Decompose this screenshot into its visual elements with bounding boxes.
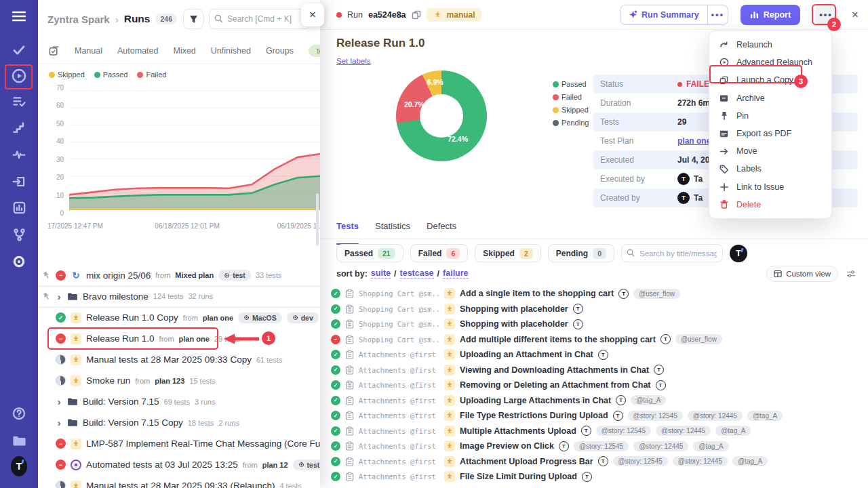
scrollbar[interactable]: [316, 193, 319, 246]
test-row[interactable]: −Shopping Cart @sm...Add multiple differ…: [331, 332, 868, 348]
breadcrumb-project[interactable]: Zyntra Spark: [47, 14, 110, 25]
analytics-icon[interactable]: [11, 199, 27, 216]
run-id: ea524e8a: [368, 10, 406, 20]
close-icon[interactable]: ×: [852, 8, 859, 22]
close-panel-button[interactable]: ×: [301, 3, 324, 26]
folder-icon[interactable]: [11, 432, 27, 449]
assignee-avatar: T: [573, 319, 583, 329]
user-avatar: T: [677, 173, 690, 185]
runs-filter-tabs: Manual Automated Mixed Unfinished Groups…: [38, 38, 320, 64]
test-row[interactable]: ✓Attachments @firstImage Preview on Clic…: [331, 439, 868, 454]
annotation-step-1: 1: [262, 331, 275, 345]
tab-manual[interactable]: Manual: [75, 46, 102, 56]
filter-skipped[interactable]: Skipped2: [475, 244, 541, 262]
run-row[interactable]: ✓Release Run 1.0 Copyfromplan oneMacOSde…: [38, 307, 320, 328]
copy-icon: [719, 76, 729, 85]
user-avatar[interactable]: T: [11, 458, 27, 474]
tab-unfinished[interactable]: Unfinished: [211, 46, 251, 56]
manual-run-icon: [433, 10, 443, 19]
manual-test-icon: [444, 410, 455, 421]
run-row[interactable]: Smoke runfromplan 12315 tests: [38, 370, 320, 391]
test-row[interactable]: ✓Attachments @firstFile Size Limit Durin…: [331, 469, 868, 485]
menu-item-export-pdf[interactable]: Export as PDF: [709, 125, 831, 142]
run-summary-button[interactable]: Run Summary: [620, 5, 707, 24]
sort-by-suite[interactable]: suite: [371, 268, 391, 279]
select-all-icon[interactable]: [49, 45, 60, 56]
menu-item-launch-a-copy[interactable]: Launch a Copy: [709, 71, 831, 89]
sort-bar: sort by: suite/ testcase/ failure: [336, 268, 469, 279]
run-group-row-pinned[interactable]: ›Bravo milestone124 tests32 runs: [38, 286, 320, 307]
run-row[interactable]: Manual tests at 28 Mar 2025 09:33 Copy61…: [38, 349, 320, 370]
menu-item-move[interactable]: Move: [709, 142, 831, 160]
steps-icon[interactable]: [11, 119, 27, 136]
tab-automated[interactable]: Automated: [117, 46, 158, 56]
run-detail-panel: Run ea524e8a manual Run Summary ••• Repo…: [320, 0, 868, 488]
test-row[interactable]: ✓Attachments @firstUploading an Attachme…: [331, 347, 868, 363]
tab-mixed[interactable]: Mixed: [173, 46, 195, 56]
menu-item-relaunch[interactable]: Relaunch: [709, 36, 831, 54]
runs-search-input[interactable]: [209, 9, 311, 29]
test-row[interactable]: ✓Attachments @firstFile Type Restriction…: [331, 408, 868, 424]
help-icon[interactable]: [11, 405, 27, 422]
test-search-input[interactable]: [621, 244, 723, 262]
donut-legend: Passed Failed Skipped Pending: [553, 80, 589, 127]
tag-filter-chip[interactable]: test: [309, 45, 320, 57]
tab-tests[interactable]: Tests: [336, 221, 359, 239]
menu-item-labels[interactable]: Labels: [709, 160, 831, 178]
tab-statistics[interactable]: Statistics: [375, 221, 410, 239]
run-group-row[interactable]: ›Build: Version 7.1569 tests3 runs: [38, 391, 320, 412]
filter-failed[interactable]: Failed6: [410, 244, 469, 262]
test-row[interactable]: ✓Attachments @firstUploading Large Attac…: [331, 393, 868, 409]
report-button[interactable]: Report: [741, 5, 800, 25]
test-row[interactable]: ✓Shopping Cart @sm...Shopping with place…: [331, 317, 868, 332]
gear-icon[interactable]: [11, 253, 27, 270]
test-row[interactable]: ✓Attachments @firstRemoving or Deleting …: [331, 378, 868, 393]
donut-failed-label: 20.7%: [404, 100, 425, 108]
run-type-badge: manual: [427, 8, 481, 22]
pulse-icon[interactable]: [11, 146, 27, 163]
test-row[interactable]: ✓Attachments @firstAttachment Upload Pro…: [331, 454, 868, 470]
area-chart-canvas: [69, 84, 320, 217]
menu-icon[interactable]: [11, 8, 27, 24]
run-summary-more-icon[interactable]: •••: [707, 5, 728, 24]
run-row[interactable]: −Automated tests at 03 Jul 2025 13:25fro…: [38, 454, 320, 475]
chevron-right-icon[interactable]: ›: [56, 396, 62, 407]
branch-icon[interactable]: [11, 226, 27, 243]
menu-item-pin[interactable]: Pin: [709, 107, 831, 125]
run-row-selected[interactable]: −Release Run 1.0fromplan one29 tests: [38, 328, 320, 349]
set-labels-link[interactable]: Set labels: [336, 57, 371, 65]
menu-item-advanced-relaunch[interactable]: Advanced Relaunch: [709, 54, 831, 71]
copy-icon[interactable]: [412, 10, 421, 20]
sort-by-testcase[interactable]: testcase: [400, 268, 434, 279]
testcases-icon[interactable]: [11, 94, 27, 110]
import-icon[interactable]: [11, 174, 27, 190]
test-row[interactable]: ✓Shopping Cart @sm...Add a single item t…: [331, 286, 868, 302]
test-row[interactable]: ✓Attachments @firstViewing and Downloadi…: [331, 363, 868, 378]
tab-defects[interactable]: Defects: [427, 221, 456, 239]
check-icon[interactable]: [11, 42, 27, 58]
menu-item-link-to-issue[interactable]: Link to Issue: [709, 178, 831, 196]
test-plan-link[interactable]: plan one: [677, 136, 711, 146]
filter-passed[interactable]: Passed21: [336, 244, 403, 262]
run-row[interactable]: Manual tests at 28 Mar 2025 09:33 (Relau…: [38, 475, 320, 488]
folder-icon: [67, 292, 78, 301]
test-row[interactable]: ✓Shopping Cart @sm...Shopping with place…: [331, 302, 868, 317]
custom-view-button[interactable]: Custom view: [766, 266, 838, 282]
menu-item-archive[interactable]: Archive: [709, 89, 831, 107]
filter-button[interactable]: [183, 9, 203, 29]
tab-groups[interactable]: Groups: [266, 46, 294, 56]
test-row[interactable]: ✓Attachments @firstMultiple Attachments …: [331, 424, 868, 439]
runs-play-icon[interactable]: [11, 68, 27, 84]
run-row[interactable]: −LMP-587 Implement Real-Time Chat Messag…: [38, 433, 320, 454]
sort-by-failure[interactable]: failure: [443, 268, 469, 279]
assignee-avatar[interactable]: T: [730, 245, 747, 262]
sliders-icon[interactable]: [846, 270, 856, 278]
x-axis-labels: 17/2025 12:47 PM 06/18/2025 12:01 PM 06/…: [38, 222, 320, 232]
run-row-pinned[interactable]: −↻mix origin 25/06fromMixed plantest33 t…: [38, 265, 320, 286]
run-group-row[interactable]: ›Build: Version 7.15 Copy18 tests2 runs: [38, 412, 320, 433]
chevron-right-icon[interactable]: ›: [56, 417, 62, 428]
filter-pending[interactable]: Pending0: [548, 244, 614, 262]
chevron-right-icon[interactable]: ›: [56, 291, 62, 302]
menu-item-delete[interactable]: Delete: [709, 196, 831, 214]
pending-legend-dot: [553, 120, 559, 126]
